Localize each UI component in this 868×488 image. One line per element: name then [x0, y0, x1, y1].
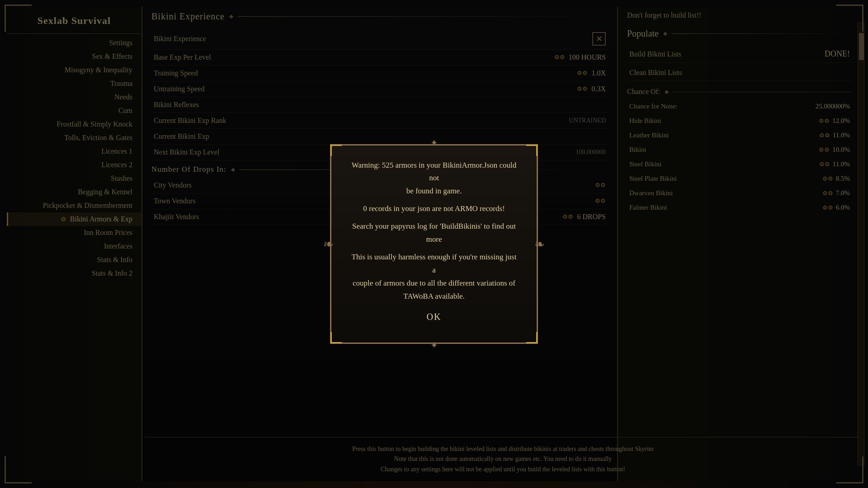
dialog-corner-bl [330, 332, 342, 343]
dialog-ornament-right: ❧ [534, 237, 545, 252]
dialog-corner-tl [330, 145, 342, 156]
dialog-line4: 0 records in your json are not ARMO reco… [349, 202, 519, 216]
dialog-ornament-left: ❧ [323, 237, 334, 252]
warning-dialog: ❧ ❧ ✦ ✦ Warning: 525 armors in your Biki… [330, 144, 538, 344]
dialog-overlay: ❧ ❧ ✦ ✦ Warning: 525 armors in your Biki… [0, 0, 868, 488]
dialog-ornament-bottom: ✦ [430, 340, 438, 351]
dialog-ok-row: OK [349, 310, 519, 329]
dialog-line8: This is usually harmless enough if you'r… [349, 251, 519, 303]
dialog-content: Warning: 525 armors in your BikiniArmor.… [331, 145, 537, 343]
dialog-line6: Search your papyrus log for 'BuildBikini… [349, 220, 519, 246]
dialog-corner-tr [526, 145, 538, 156]
dialog-ornament-top: ✦ [430, 137, 438, 148]
dialog-ok-button[interactable]: OK [418, 310, 451, 324]
dialog-corner-br [526, 332, 538, 343]
dialog-line1: Warning: 525 armors in your BikiniArmor.… [349, 159, 519, 198]
